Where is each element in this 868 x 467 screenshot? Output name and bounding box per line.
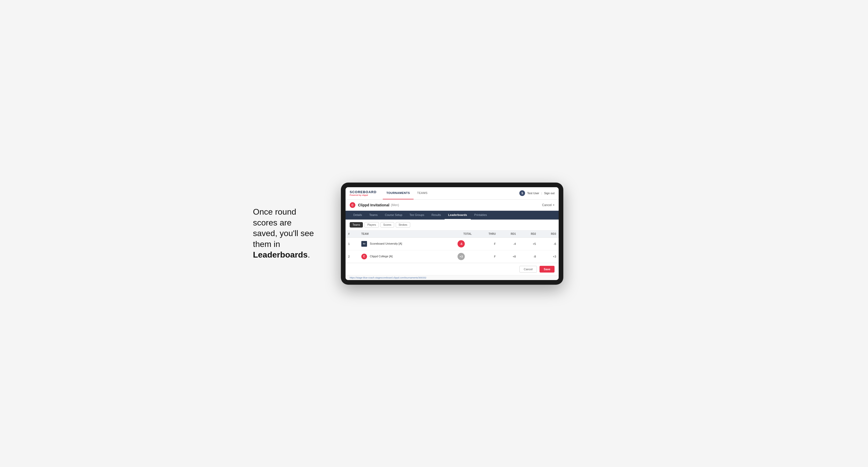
row1-rd3: -6: [538, 238, 559, 250]
main-nav: TOURNAMENTS TEAMS: [383, 187, 431, 199]
table-row: 2 C Clippd College [A] +3 F +8 -8 +3: [345, 250, 559, 263]
row1-team-name: Scoreboard University [A]: [370, 242, 402, 245]
tab-printables[interactable]: Printables: [471, 211, 491, 220]
tablet-screen: SCOREBOARD Powered by clippd TOURNAMENTS…: [345, 187, 559, 280]
tab-leaderboards[interactable]: Leaderboards: [444, 211, 471, 220]
col-rank: #: [345, 230, 359, 238]
row1-total: -5: [448, 238, 474, 250]
row2-score-badge: +3: [458, 253, 465, 260]
nav-teams[interactable]: TEAMS: [413, 187, 431, 199]
filter-teams[interactable]: Teams: [350, 222, 363, 227]
col-rd3: RD3: [538, 230, 559, 238]
row1-rd2: +5: [518, 238, 538, 250]
col-team: TEAM: [359, 230, 448, 238]
table-header-row: # TEAM TOTAL THRU RD1 RD2 RD3: [345, 230, 559, 238]
save-button[interactable]: Save: [539, 266, 555, 273]
app-footer: Cancel Save: [345, 263, 559, 275]
logo-area: SCOREBOARD Powered by clippd: [350, 190, 377, 196]
filter-scores[interactable]: Scores: [380, 222, 394, 227]
nav-divider: |: [541, 192, 542, 195]
tournament-name: Clippd Invitational: [358, 203, 389, 207]
row2-team-logo: C: [361, 254, 367, 259]
table-row: 1 SU Scoreboard University [A] -5 F -4 +…: [345, 238, 559, 250]
nav-tournaments[interactable]: TOURNAMENTS: [383, 187, 413, 199]
row2-rd1: +8: [498, 250, 519, 263]
logo-sub-prefix: Powered by: [350, 194, 362, 196]
desc-line1: Once round: [253, 207, 296, 216]
page-wrapper: Once round scores are saved, you'll see …: [253, 183, 615, 285]
cancel-icon: ×: [553, 203, 555, 207]
filter-strokes[interactable]: Strokes: [396, 222, 410, 227]
filter-bar: Teams Players Scores Strokes: [345, 220, 559, 230]
tournament-gender: (Men): [391, 203, 399, 207]
tablet-shell: SCOREBOARD Powered by clippd TOURNAMENTS…: [341, 183, 563, 285]
user-avatar: S: [519, 190, 525, 196]
row2-team: C Clippd College [A]: [359, 250, 448, 263]
row1-rank: 1: [345, 238, 359, 250]
tab-results[interactable]: Results: [428, 211, 444, 220]
desc-line5-bold: Leaderboards: [253, 250, 308, 259]
desc-line4: them in: [253, 240, 280, 249]
cancel-button[interactable]: Cancel: [519, 266, 537, 273]
row2-rank: 2: [345, 250, 359, 263]
row2-thru: F: [474, 250, 498, 263]
tournament-cancel[interactable]: Cancel ×: [542, 203, 555, 207]
user-name: Test User: [527, 192, 539, 195]
col-rd1: RD1: [498, 230, 519, 238]
row1-rd1: -4: [498, 238, 519, 250]
left-description: Once round scores are saved, you'll see …: [253, 207, 326, 260]
col-total: TOTAL: [448, 230, 474, 238]
tab-tee-groups[interactable]: Tee Groups: [406, 211, 428, 220]
row1-score-badge: -5: [458, 240, 465, 247]
row1-team: SU Scoreboard University [A]: [359, 238, 448, 250]
cancel-label: Cancel: [542, 203, 552, 207]
leaderboard-table: # TEAM TOTAL THRU RD1 RD2 RD3 1: [345, 230, 559, 263]
logo-sub: Powered by clippd: [350, 194, 377, 196]
row2-total: +3: [448, 250, 474, 263]
row1-thru: F: [474, 238, 498, 250]
row2-rd3: +3: [538, 250, 559, 263]
col-thru: THRU: [474, 230, 498, 238]
logo-brand: clippd: [362, 194, 368, 196]
sub-nav: Details Teams Course Setup Tee Groups Re…: [345, 211, 559, 220]
desc-line3: saved, you'll see: [253, 228, 314, 238]
leaderboard-table-wrapper: # TEAM TOTAL THRU RD1 RD2 RD3 1: [345, 230, 559, 263]
row1-team-logo: SU: [361, 241, 367, 247]
tab-teams[interactable]: Teams: [366, 211, 381, 220]
col-rd2: RD2: [518, 230, 538, 238]
tab-course-setup[interactable]: Course Setup: [381, 211, 406, 220]
desc-line2: scores are: [253, 218, 291, 227]
filter-players[interactable]: Players: [365, 222, 379, 227]
desc-period: .: [308, 250, 310, 259]
url-bar: https://stage-blue-coach.stagescoreboard…: [345, 275, 559, 280]
tournament-icon: C: [350, 202, 355, 208]
tournament-header: C Clippd Invitational (Men) Cancel ×: [345, 199, 559, 211]
row2-rd2: -8: [518, 250, 538, 263]
nav-right: S Test User | Sign out: [519, 190, 555, 196]
tab-details[interactable]: Details: [350, 211, 366, 220]
sign-out-link[interactable]: Sign out: [544, 192, 555, 195]
logo-text: SCOREBOARD: [350, 190, 377, 194]
row2-team-name: Clippd College [A]: [370, 254, 393, 257]
top-nav: SCOREBOARD Powered by clippd TOURNAMENTS…: [345, 187, 559, 199]
